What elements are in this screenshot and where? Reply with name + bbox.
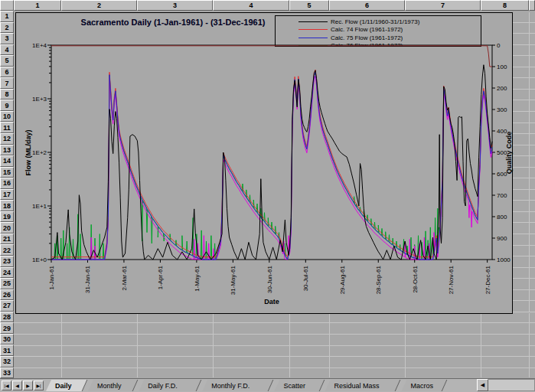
y-right-tick-label: 900 (497, 235, 520, 242)
y-left-tick-label: 1E+1 (27, 203, 47, 210)
x-tick-label: 30-Jun-61 (266, 266, 273, 299)
sheet-tab-monthly-f-d-[interactable]: Monthly F.D. (202, 380, 273, 391)
sheet-tab-daily-f-d-[interactable]: Daily F.D. (139, 380, 201, 391)
x-tick-label: 28-Oct-61 (412, 266, 419, 299)
series-calc-74-flow-1961-1972- (51, 70, 492, 256)
grid-line (512, 245, 535, 246)
sheet-tab-scatter[interactable]: Scatter (274, 380, 324, 391)
grid-line (512, 200, 535, 201)
y-left-tick-label: 1E+3 (27, 96, 47, 103)
sheet-tab-residual-mass[interactable]: Residual Mass (325, 380, 401, 391)
series-calc-75-flow-1961-1972- (51, 73, 492, 260)
y-left-tick-label: 1E+2 (27, 149, 47, 156)
y-right-tick-label: 800 (497, 214, 520, 220)
grid-line (512, 55, 535, 56)
spreadsheet-app: { "spreadsheet": { "column_headers": ["1… (0, 0, 535, 392)
grid-line (512, 100, 535, 100)
tab-nav-last[interactable]: ▶| (34, 381, 44, 390)
grid-line (512, 189, 535, 190)
sheet-tab-macros[interactable]: Macros (401, 380, 447, 391)
x-tick-label: 27-Nov-61 (448, 266, 455, 299)
y-right-tick-label: 500 (497, 149, 520, 156)
y-right-tick-label: 0 (497, 42, 520, 49)
grid-line (512, 145, 535, 145)
series-calc-flow-magenta- (51, 77, 492, 260)
grid-line (14, 368, 535, 368)
y-right-tick-label: 1000 (497, 256, 520, 263)
grid-line (14, 322, 535, 323)
grid-line (14, 356, 535, 357)
grid-line (14, 334, 535, 335)
x-tick-label: 30-Jul-61 (302, 266, 309, 299)
grid-line (512, 222, 535, 223)
scrollbar-left-button[interactable]: ◀ (477, 379, 488, 391)
y-right-tick-label: 200 (497, 85, 520, 92)
x-tick-label: 31-Jan-61 (84, 266, 91, 299)
y-right-tick-label: 300 (497, 106, 520, 113)
y-right-tick-label: 600 (497, 171, 520, 178)
grid-line (512, 267, 535, 268)
sheet-tab-bar: |◀◀▶▶|DailyMonthlyDaily F.D.Monthly F.D.… (0, 378, 535, 392)
y-right-tick-label: 400 (497, 128, 520, 135)
x-tick-label: 29-Aug-61 (339, 266, 346, 299)
grid-line (512, 77, 535, 78)
sheet-tab-daily[interactable]: Daily (46, 380, 87, 391)
tab-nav-first[interactable]: |◀ (2, 381, 11, 390)
grid-line (512, 312, 535, 312)
y-left-tick-label: 1E+0 (27, 256, 47, 263)
x-tick-label: 1-Apr-61 (157, 266, 164, 299)
y-right-tick-label: 700 (497, 192, 520, 199)
grid-line (512, 167, 535, 168)
plot-area: 1E+41E+31E+21E+11E+001002003004005006007… (16, 13, 512, 313)
grid-line (512, 300, 535, 301)
x-tick-label: 1-May-61 (194, 266, 201, 299)
grid-line (512, 22, 535, 23)
tab-nav-prev[interactable]: ◀ (12, 381, 22, 390)
grid-line (512, 33, 535, 34)
x-tick-label: 31-May-61 (230, 266, 237, 299)
grid-line (512, 278, 535, 279)
series-rec-flow-1-11-1960-31-1-1973- (51, 65, 492, 260)
series-quality-code (51, 46, 492, 67)
x-tick-label: 27-Dec-61 (484, 266, 491, 299)
sheet-tab-monthly[interactable]: Monthly (88, 380, 138, 391)
grid-line (512, 178, 535, 178)
tab-nav-next[interactable]: ▶ (23, 381, 33, 390)
grid-line (512, 289, 535, 290)
x-tick-label: 1-Jan-61 (48, 266, 55, 299)
chart-object[interactable]: Sacramento Daily (1-Jan-1961) - (31-Dec-… (15, 12, 513, 314)
grid-line (512, 122, 535, 123)
y-left-tick-label: 1E+4 (27, 42, 47, 49)
grid-line (14, 345, 535, 346)
x-tick-label: 2-Mar-61 (121, 266, 128, 299)
y-right-tick-label: 100 (497, 64, 520, 70)
x-tick-label: 28-Sep-61 (375, 266, 382, 299)
grid-line (512, 211, 535, 212)
series-calc-76-flow-1961-1972- (51, 73, 492, 260)
